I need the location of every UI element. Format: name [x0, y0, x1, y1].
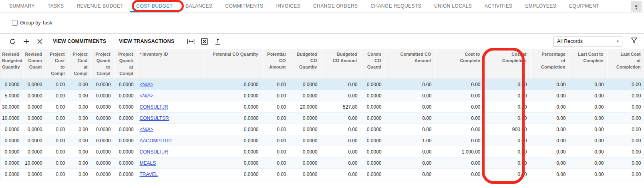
cell-project_cost_to_compl: 0.00 [46, 101, 69, 113]
view-commitments-button[interactable]: VIEW COMMITMENTS [46, 38, 113, 44]
inventory-link[interactable]: <N/A> [140, 82, 153, 87]
table-row[interactable]: 0.000010.00000.000.000.00000.0000MEALS0.… [0, 158, 644, 169]
add-row-button[interactable] [19, 36, 33, 47]
table-row[interactable]: 10.00000.00000.000.000.00000.0000CONSULT… [0, 113, 644, 124]
cell-comm_co_quanti: 0.0000 [361, 158, 385, 169]
column-header-revised_comm_quant[interactable]: Revised Comm Quant [23, 49, 46, 79]
cell-budgeted_co_amount: 0.00 [321, 124, 361, 135]
column-header-project_cost_at_compl[interactable]: Project Cost at Compl [69, 49, 92, 79]
tab-commitments[interactable]: COMMITMENTS [219, 0, 270, 12]
view-transactions-button[interactable]: VIEW TRANSACTIONS [113, 38, 181, 44]
cell-percentage_of_completion: 0.00 [531, 158, 570, 169]
column-header-project_quanti_to_compl[interactable]: Project Quanti to Compl [92, 49, 115, 79]
tab-tasks[interactable]: TASKS [41, 0, 70, 12]
column-header-cost_to_complete[interactable]: Cost to Complete [435, 49, 484, 79]
tab-union-locals[interactable]: UNION LOCALS [428, 0, 478, 12]
table-row[interactable]: 0.00000.00000.000.000.00000.0000<N/A>0.0… [0, 124, 644, 135]
table-row[interactable]: 30.00000.00000.000.000.00000.0000CONSULT… [0, 101, 644, 113]
fit-width-button[interactable] [184, 36, 197, 47]
tab-change-requests[interactable]: CHANGE REQUESTS [364, 0, 428, 12]
cell-last_cost_at_completion: 0.00 [608, 124, 644, 135]
cell-comm_co_quanti: 0.0000 [361, 146, 385, 158]
cell-project_quanti_at_compl: 0.0000 [115, 101, 137, 113]
group-by-task-checkbox[interactable] [12, 20, 18, 26]
column-header-project_quanti_at_compl[interactable]: Project Quanti at Compl [115, 49, 137, 79]
cell-inventory_id: MEALS [137, 158, 203, 169]
tab-cost-budget[interactable]: COST BUDGET [130, 0, 179, 12]
tab-invoices[interactable]: INVOICES [270, 0, 307, 12]
table-row[interactable]: 5.00000.00000.000.000.00000.0000<N/A>0.0… [0, 90, 644, 101]
cell-revised_comm_quant: 0.0000 [23, 113, 46, 124]
column-header-last_cost_at_completion[interactable]: Last Cost at Completion [608, 49, 644, 79]
cell-comm_co_quanti: 0.0000 [361, 135, 385, 146]
cell-last_cost_to_complete: 0.00 [570, 158, 608, 169]
cell-cost_to_complete: 0.00 [435, 101, 484, 113]
column-header-potential_co_amount[interactable]: Potential CO Amount [262, 49, 290, 79]
cell-last_cost_to_complete: 0.00 [570, 90, 608, 101]
cell-budgeted_co_quantity: 0.0000 [290, 113, 321, 124]
delete-row-button[interactable] [33, 36, 46, 47]
inventory-link[interactable]: CONSULTSR [140, 115, 169, 121]
column-header-label: Committed CO Amount [400, 52, 431, 63]
cell-last_cost_at_completion: 0.00 [608, 169, 644, 180]
tab-revenue-budget[interactable]: REVENUE BUDGET [70, 0, 130, 12]
column-header-project_cost_to_compl[interactable]: Project Cost to Compl [46, 49, 69, 79]
cell-comm_co_quanti: 0.0000 [361, 79, 385, 90]
inventory-link[interactable]: CONSULTJR [140, 149, 168, 155]
cell-committed_co_amount: 0.00 [385, 169, 435, 180]
inventory-link[interactable]: <N/A> [140, 127, 153, 132]
cell-potential_co_quantity: 0.0000 [203, 79, 262, 90]
column-header-budgeted_co_amount[interactable]: Budgeted CO Amount [321, 49, 361, 79]
inventory-link[interactable]: TRAVEL [140, 172, 158, 177]
cell-project_quanti_to_compl: 0.0000 [92, 146, 115, 158]
cell-committed_co_amount: 0.00 [385, 101, 435, 113]
inventory-link[interactable]: MEALS [140, 160, 156, 166]
tab-summary[interactable]: SUMMARY [3, 0, 41, 12]
cell-project_cost_to_compl: 0.00 [46, 146, 69, 158]
cell-percentage_of_completion: 0.00 [531, 146, 570, 158]
export-excel-button[interactable] [197, 36, 211, 47]
more-tabs-button[interactable]: » ▾ [631, 1, 642, 12]
cell-cost_at_completion: 0.00 [484, 135, 531, 146]
column-header-revised_budgeted_quantity[interactable]: Revised Budgeted Quantity [0, 49, 23, 79]
table-row[interactable]: 0.00000.00000.000.000.00000.0000TRAVEL0.… [0, 169, 644, 180]
table-row[interactable]: 0.00000.00000.000.000.00000.0000<N/A>0.0… [0, 79, 644, 90]
records-filter-select[interactable]: All Records ▾ [553, 36, 622, 46]
column-header-cost_at_completion[interactable]: Cost at Completion [484, 49, 531, 79]
column-header-comm_co_quanti[interactable]: Comm CO Quanti [361, 49, 385, 79]
cell-committed_co_amount: 0.00 [385, 124, 435, 135]
inventory-link[interactable]: <N/A> [140, 93, 153, 99]
cell-potential_co_amount: 0.00 [262, 169, 290, 180]
inventory-link[interactable]: AACOMPUT01 [140, 138, 172, 144]
filter-settings-button[interactable] [628, 36, 640, 47]
cell-potential_co_quantity: 0.0000 [203, 113, 262, 124]
cell-potential_co_quantity: 0.0000 [203, 90, 262, 101]
cell-project_quanti_to_compl: 0.0000 [92, 158, 115, 169]
refresh-button[interactable] [6, 36, 19, 47]
upload-icon [215, 38, 221, 45]
grid-header-row: Revised Budgeted QuantityRevised Comm Qu… [0, 49, 644, 79]
column-header-potential_co_quantity[interactable]: Potential CO Quantity [203, 49, 262, 79]
cost-budget-grid: Revised Budgeted QuantityRevised Comm Qu… [0, 49, 644, 180]
column-header-last_cost_to_complete[interactable]: Last Cost to Complete [570, 49, 608, 79]
tab-balances[interactable]: BALANCES [179, 0, 219, 12]
inventory-link[interactable]: CONSULTJR [140, 104, 168, 110]
column-header-committed_co_amount[interactable]: Committed CO Amount [385, 49, 435, 79]
column-header-percentage_of_completion[interactable]: Percentage of Completion [531, 49, 570, 79]
upload-button[interactable] [211, 36, 225, 47]
tab-change-orders[interactable]: CHANGE ORDERS [307, 0, 364, 12]
column-header-budgeted_co_quantity[interactable]: Budgeted CO Quantity [290, 49, 321, 79]
table-row[interactable]: 0.00000.00000.000.000.00000.0000CONSULTJ… [0, 146, 644, 158]
cell-project_quanti_to_compl: 0.0000 [92, 135, 115, 146]
tab-equipment[interactable]: EQUIPMENT [563, 0, 606, 12]
plus-icon [23, 38, 29, 44]
cell-project_cost_to_compl: 0.00 [46, 169, 69, 180]
tab-activities[interactable]: ACTIVITIES [478, 0, 519, 12]
column-header-inventory_id[interactable]: *Inventory ID [137, 49, 203, 79]
cell-budgeted_co_quantity: 0.0000 [290, 158, 321, 169]
cell-last_cost_at_completion: 0.00 [608, 101, 644, 113]
table-row[interactable]: 0.00000.00000.000.000.00000.0000AACOMPUT… [0, 135, 644, 146]
cell-project_quanti_at_compl: 0.0000 [115, 146, 137, 158]
cell-project_quanti_to_compl: 0.0000 [92, 101, 115, 113]
tab-employees[interactable]: EMPLOYEES [519, 0, 563, 12]
